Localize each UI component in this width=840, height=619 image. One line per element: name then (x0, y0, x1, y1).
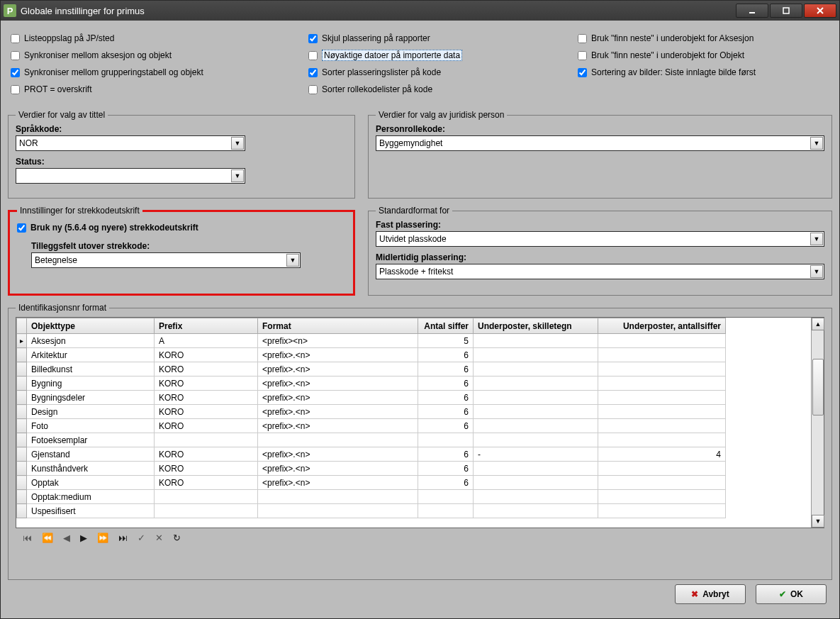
cell-format[interactable]: <prefix>.<n> (258, 447, 418, 462)
minimize-button[interactable] (736, 4, 768, 18)
cell-skille[interactable] (474, 348, 598, 362)
cell-objekttype[interactable]: Billedkunst (27, 362, 155, 377)
maximize-button[interactable] (770, 4, 802, 18)
table-row[interactable]: Design KORO <prefix>.<n> 6 (17, 405, 811, 419)
cell-skille[interactable] (474, 490, 598, 504)
check-sync-gruppering[interactable] (11, 68, 20, 77)
fast-plassering-combo[interactable]: Utvidet plasskode ▼ (376, 231, 824, 247)
cell-objekttype[interactable]: Bygning (27, 377, 155, 391)
cell-prefix[interactable] (155, 490, 258, 504)
cell-antall[interactable] (598, 405, 726, 419)
cell-antall[interactable] (598, 433, 726, 447)
table-row[interactable]: Fotoeksemplar (17, 433, 811, 447)
cell-format[interactable]: <prefix>.<n> (258, 462, 418, 476)
tillegg-combo[interactable]: Betegnelse ▼ (31, 252, 301, 268)
cell-prefix[interactable]: KORO (155, 462, 258, 476)
idformat-table[interactable]: Objekttype Prefix Format Antal siffer Un… (16, 318, 811, 518)
cell-objekttype[interactable]: Bygningsdeler (27, 391, 155, 405)
cell-objekttype[interactable]: Opptak (27, 476, 155, 490)
cell-skille[interactable] (474, 419, 598, 433)
cell-skille[interactable] (474, 362, 598, 377)
cell-antal[interactable] (418, 504, 474, 518)
cell-objekttype[interactable]: Aksesjon (27, 334, 155, 348)
table-row[interactable]: Gjenstand KORO <prefix>.<n> 6 - 4 (17, 447, 811, 462)
cell-prefix[interactable]: KORO (155, 348, 258, 362)
table-row[interactable]: Billedkunst KORO <prefix>.<n> 6 (17, 362, 811, 377)
nav-next-page-icon[interactable]: ⏩ (97, 532, 108, 543)
cell-skille[interactable] (474, 334, 598, 348)
cell-antal[interactable]: 6 (418, 419, 474, 433)
col-objekttype[interactable]: Objekttype (27, 318, 155, 334)
cell-antall[interactable] (598, 490, 726, 504)
cell-prefix[interactable] (155, 433, 258, 447)
table-row[interactable]: Arkitektur KORO <prefix>.<n> 6 (17, 348, 811, 362)
check-skjul-plassering[interactable] (308, 34, 318, 43)
cell-antal[interactable]: 6 (418, 405, 474, 419)
cell-skille[interactable] (474, 391, 598, 405)
col-antal[interactable]: Antal siffer (418, 318, 474, 334)
col-format[interactable]: Format (258, 318, 418, 334)
cell-objekttype[interactable]: Design (27, 405, 155, 419)
cell-antal[interactable]: 6 (418, 377, 474, 391)
cell-skille[interactable] (474, 504, 598, 518)
ok-button[interactable]: ✔ OK (756, 584, 827, 604)
cell-prefix[interactable]: KORO (155, 391, 258, 405)
cell-objekttype[interactable]: Kunsthåndverk (27, 462, 155, 476)
nav-prev-icon[interactable]: ◀ (63, 532, 70, 543)
cell-format[interactable]: <prefix>.<n> (258, 476, 418, 490)
cell-antal[interactable]: 6 (418, 391, 474, 405)
scroll-up-icon[interactable]: ▲ (812, 318, 824, 330)
nav-confirm-icon[interactable]: ✓ (138, 532, 145, 543)
cell-antall[interactable] (598, 348, 726, 362)
table-row[interactable]: Bygning KORO <prefix>.<n> 6 (17, 377, 811, 391)
check-sortering-bilder[interactable] (578, 68, 587, 77)
cell-antal[interactable]: 6 (418, 476, 474, 490)
nav-last-icon[interactable]: ⏭ (118, 532, 128, 543)
cell-prefix[interactable]: KORO (155, 377, 258, 391)
cell-skille[interactable] (474, 462, 598, 476)
cell-skille[interactable]: - (474, 447, 598, 462)
cell-skille[interactable] (474, 405, 598, 419)
cell-skille[interactable] (474, 433, 598, 447)
vertical-scrollbar[interactable]: ▲ ▼ (811, 318, 824, 528)
check-sync-aksesjon[interactable] (11, 51, 20, 60)
scroll-down-icon[interactable]: ▼ (812, 515, 824, 528)
cell-prefix[interactable]: KORO (155, 447, 258, 462)
cell-objekttype[interactable]: Opptak:medium (27, 490, 155, 504)
table-row[interactable]: Uspesifisert (17, 504, 811, 518)
close-button[interactable] (804, 4, 836, 18)
cell-format[interactable]: <prefix>.<n> (258, 391, 418, 405)
cell-antall[interactable] (598, 391, 726, 405)
check-finn-neste-objekt[interactable] (578, 51, 587, 60)
cell-prefix[interactable]: KORO (155, 362, 258, 377)
cell-format[interactable] (258, 504, 418, 518)
cell-antal[interactable]: 6 (418, 447, 474, 462)
table-row[interactable]: ▸ Aksesjon A <prefix><n> 5 (17, 334, 811, 348)
table-row[interactable]: Bygningsdeler KORO <prefix>.<n> 6 (17, 391, 811, 405)
midlertidig-plassering-combo[interactable]: Plasskode + fritekst ▼ (376, 264, 824, 279)
cell-antall[interactable]: 4 (598, 447, 726, 462)
cell-skille[interactable] (474, 476, 598, 490)
cell-prefix[interactable]: KORO (155, 405, 258, 419)
cell-antall[interactable] (598, 377, 726, 391)
personrolle-combo[interactable]: Byggemyndighet ▼ (376, 135, 824, 151)
scroll-thumb[interactable] (812, 359, 824, 416)
nav-prev-page-icon[interactable]: ⏪ (42, 532, 53, 543)
cell-objekttype[interactable]: Arkitektur (27, 348, 155, 362)
cell-antall[interactable] (598, 419, 726, 433)
cell-antall[interactable] (598, 462, 726, 476)
check-sorter-rollekode[interactable] (308, 85, 318, 94)
check-listeoppslag[interactable] (11, 34, 20, 43)
sprakkode-combo[interactable]: NOR ▼ (16, 135, 245, 151)
check-finn-neste-aksesjon[interactable] (578, 34, 587, 43)
cell-prefix[interactable]: A (155, 334, 258, 348)
cell-prefix[interactable] (155, 504, 258, 518)
cell-format[interactable]: <prefix>.<n> (258, 348, 418, 362)
cell-format[interactable]: <prefix>.<n> (258, 362, 418, 377)
nav-refresh-icon[interactable]: ↻ (173, 532, 181, 543)
col-skille[interactable]: Underposter, skilletegn (474, 318, 598, 334)
avbryt-button[interactable]: ✖ Avbryt (675, 584, 746, 604)
cell-antal[interactable] (418, 490, 474, 504)
check-prot-overskrift[interactable] (11, 85, 20, 94)
col-prefix[interactable]: Prefix (155, 318, 258, 334)
